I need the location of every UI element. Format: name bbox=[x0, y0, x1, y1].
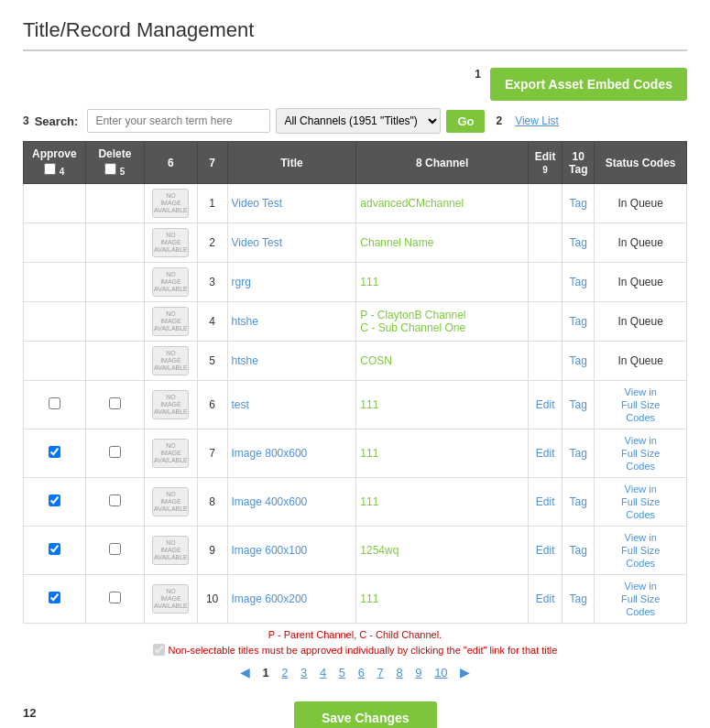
channel-link[interactable]: 1254wq bbox=[360, 544, 399, 557]
image-cell: NOIMAGEAVAILABLE bbox=[145, 342, 197, 381]
tag-link[interactable]: Tag bbox=[570, 354, 587, 367]
tag-cell: Tag bbox=[563, 527, 595, 575]
tag-link[interactable]: Tag bbox=[570, 236, 587, 249]
status-cell: In Queue bbox=[595, 223, 687, 263]
title-cell: Image 800x600 bbox=[227, 429, 356, 478]
status-text: In Queue bbox=[618, 354, 663, 367]
table-row: NOIMAGEAVAILABLE6test111EditTagView inFu… bbox=[24, 381, 687, 429]
page-number-7[interactable]: 7 bbox=[373, 664, 388, 681]
page-number-4[interactable]: 4 bbox=[315, 664, 331, 681]
image-cell: NOIMAGEAVAILABLE bbox=[145, 263, 197, 302]
approve-checkbox[interactable] bbox=[49, 446, 60, 458]
channel-link[interactable]: Channel Name bbox=[360, 236, 433, 249]
table-row: NOIMAGEAVAILABLE8Image 400x600111EditTag… bbox=[24, 478, 687, 527]
approve-checkbox[interactable] bbox=[49, 494, 60, 506]
status-link[interactable]: View inFull SizeCodes bbox=[621, 532, 660, 569]
tag-link[interactable]: Tag bbox=[570, 197, 587, 210]
delete-checkbox[interactable] bbox=[109, 397, 121, 409]
img-header: 6 bbox=[145, 142, 197, 184]
row-num-label: 7 bbox=[209, 157, 215, 169]
edit-link[interactable]: Edit bbox=[536, 592, 555, 605]
edit-cell: Edit bbox=[529, 527, 563, 575]
delete-checkbox[interactable] bbox=[109, 592, 121, 603]
title-link[interactable]: test bbox=[232, 398, 249, 411]
tag-cell: Tag bbox=[563, 381, 595, 429]
delete-checkbox[interactable] bbox=[109, 494, 121, 506]
channel-num-label: 8 bbox=[416, 157, 422, 169]
export-number-label: 1 bbox=[475, 68, 481, 101]
view-list-link[interactable]: View List bbox=[515, 114, 559, 127]
next-page-arrow[interactable]: ▶ bbox=[456, 663, 474, 681]
title-link[interactable]: Video Test bbox=[232, 236, 283, 249]
approve-checkbox[interactable] bbox=[49, 397, 60, 409]
title-link[interactable]: Image 600x100 bbox=[232, 544, 308, 557]
page-number-6[interactable]: 6 bbox=[354, 664, 369, 681]
channel-select[interactable]: All Channels (1951 "Titles") bbox=[276, 108, 441, 134]
status-link[interactable]: View inFull SizeCodes bbox=[621, 435, 660, 472]
img-num-label: 6 bbox=[168, 157, 174, 169]
tag-cell: Tag bbox=[563, 184, 595, 223]
channel-link[interactable]: C - Sub Channel One bbox=[360, 321, 465, 334]
approve-cell bbox=[24, 575, 86, 624]
edit-link[interactable]: Edit bbox=[536, 398, 555, 411]
status-cell: In Queue bbox=[595, 302, 687, 342]
table-row: NOIMAGEAVAILABLE5htsheCOSNTagIn Queue bbox=[24, 342, 687, 381]
delete-cell bbox=[85, 223, 145, 263]
page-number-9[interactable]: 9 bbox=[410, 664, 426, 681]
title-link[interactable]: Image 600x200 bbox=[232, 592, 308, 605]
channel-link[interactable]: 111 bbox=[360, 447, 378, 460]
delete-checkbox[interactable] bbox=[109, 543, 121, 555]
save-num-label: 12 bbox=[23, 706, 36, 720]
channel-link[interactable]: P - ClaytonB Channel bbox=[360, 309, 465, 321]
status-link[interactable]: View inFull SizeCodes bbox=[621, 386, 660, 423]
status-link[interactable]: View inFull SizeCodes bbox=[621, 484, 660, 520]
title-link[interactable]: htshe bbox=[232, 354, 258, 367]
approve-checkbox[interactable] bbox=[49, 543, 60, 555]
title-link[interactable]: Image 800x600 bbox=[232, 447, 308, 460]
edit-link[interactable]: Edit bbox=[536, 447, 555, 460]
title-link[interactable]: Video Test bbox=[232, 197, 283, 210]
approve-checkbox[interactable] bbox=[49, 592, 60, 603]
title-link[interactable]: rgrg bbox=[232, 276, 251, 288]
title-link[interactable]: Image 400x600 bbox=[232, 495, 308, 508]
tag-link[interactable]: Tag bbox=[570, 447, 587, 460]
rownum-cell: 10 bbox=[197, 575, 227, 624]
save-changes-button[interactable]: Save Changes bbox=[294, 701, 437, 728]
page-number-8[interactable]: 8 bbox=[391, 664, 407, 681]
tag-link[interactable]: Tag bbox=[570, 495, 587, 508]
page-number-3[interactable]: 3 bbox=[296, 664, 311, 681]
channel-cell: 111 bbox=[356, 381, 529, 429]
channel-link[interactable]: 111 bbox=[360, 592, 378, 605]
tag-link[interactable]: Tag bbox=[570, 398, 587, 411]
page-number-5[interactable]: 5 bbox=[334, 664, 350, 681]
channel-link[interactable]: 111 bbox=[360, 276, 378, 288]
title-link[interactable]: htshe bbox=[232, 315, 258, 328]
delete-cell bbox=[85, 302, 145, 342]
channel-link[interactable]: 111 bbox=[360, 398, 378, 411]
delete-checkbox[interactable] bbox=[109, 446, 121, 458]
approve-cell bbox=[24, 527, 86, 575]
channel-link[interactable]: advancedCMchannel bbox=[360, 197, 464, 210]
export-asset-embed-codes-button[interactable]: Export Asset Embed Codes bbox=[490, 68, 687, 101]
prev-page-arrow[interactable]: ◀ bbox=[236, 663, 254, 681]
go-button[interactable]: Go bbox=[446, 110, 485, 133]
page-number-1[interactable]: 1 bbox=[257, 664, 273, 681]
status-cell: In Queue bbox=[595, 342, 687, 381]
channel-link[interactable]: 111 bbox=[360, 495, 378, 508]
channel-cell: advancedCMchannel bbox=[356, 184, 529, 223]
tag-link[interactable]: Tag bbox=[570, 544, 587, 557]
tag-link[interactable]: Tag bbox=[570, 592, 587, 605]
edit-link[interactable]: Edit bbox=[536, 495, 555, 508]
title-header: Title bbox=[227, 142, 356, 184]
delete-all-checkbox[interactable] bbox=[104, 163, 116, 175]
page-number-2[interactable]: 2 bbox=[277, 664, 292, 681]
tag-link[interactable]: Tag bbox=[570, 315, 587, 328]
edit-link[interactable]: Edit bbox=[536, 544, 555, 557]
rownum-cell: 7 bbox=[197, 429, 227, 478]
page-number-10[interactable]: 10 bbox=[430, 664, 452, 681]
channel-link[interactable]: COSN bbox=[360, 354, 392, 367]
tag-link[interactable]: Tag bbox=[570, 276, 587, 288]
approve-all-checkbox[interactable] bbox=[44, 163, 56, 175]
search-input[interactable] bbox=[87, 109, 270, 133]
status-link[interactable]: View inFull SizeCodes bbox=[621, 581, 660, 617]
